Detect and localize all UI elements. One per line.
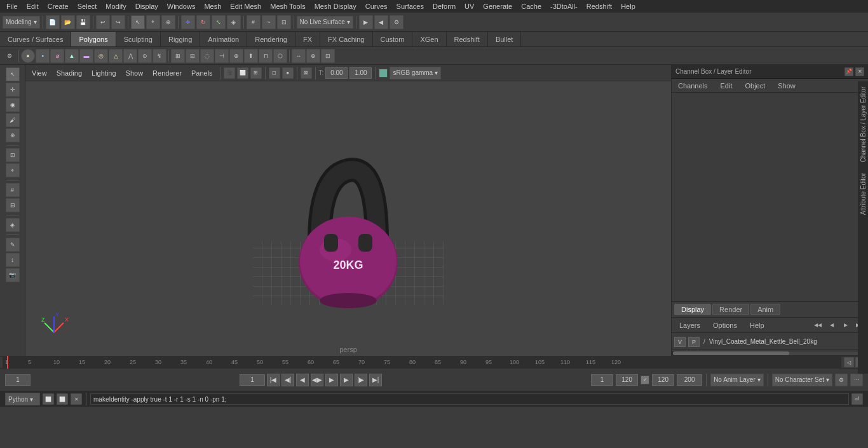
no-anim-layer-dropdown[interactable]: No Anim Layer ▾: [710, 374, 764, 386]
save-file-btn[interactable]: 💾: [76, 15, 90, 29]
layer-p-btn[interactable]: P: [688, 337, 700, 347]
tab-sculpting[interactable]: Sculpting: [116, 32, 161, 46]
paint-attr-btn[interactable]: 🖌: [6, 113, 20, 127]
tab-rendering[interactable]: Rendering: [247, 32, 295, 46]
no-live-surface-dropdown[interactable]: No Live Surface ▾: [297, 16, 353, 29]
smooth-shade-btn[interactable]: ●: [282, 67, 294, 79]
vp-menu-panels[interactable]: Panels: [187, 68, 217, 78]
go-to-end-btn[interactable]: ▶|: [369, 374, 382, 386]
lasso-select-btn[interactable]: ⌖: [146, 15, 160, 29]
layer-back-all-btn[interactable]: ◀◀: [813, 321, 822, 330]
layers-tab-help[interactable]: Help: [746, 320, 768, 330]
playback-extra-btn[interactable]: ⋯: [850, 374, 863, 386]
menu-help[interactable]: Help: [617, 1, 639, 11]
tab-polygons[interactable]: Polygons: [71, 32, 116, 46]
channel-box-close-btn[interactable]: ✕: [855, 67, 864, 76]
measure-btn[interactable]: ↕: [6, 253, 20, 267]
color-swatch[interactable]: [379, 69, 388, 78]
viewport-canvas[interactable]: 20KG persp X Z Y: [25, 81, 671, 356]
channel-box-pin-btn[interactable]: 📌: [844, 67, 853, 76]
menu-mesh[interactable]: Mesh: [200, 1, 225, 11]
play-forward-btn[interactable]: ▶: [325, 374, 338, 386]
layer-v-btn[interactable]: V: [674, 337, 686, 347]
tab-object[interactable]: Object: [741, 81, 769, 91]
select-tool-btn[interactable]: ↖: [131, 15, 145, 29]
soft-select-btn[interactable]: ◉: [6, 98, 20, 112]
open-file-btn[interactable]: 📂: [61, 15, 75, 29]
cmd-execute-btn[interactable]: ⏎: [851, 393, 863, 405]
vp-menu-shading[interactable]: Shading: [53, 68, 86, 78]
sculpt-btn[interactable]: ⊕: [6, 128, 20, 142]
channel-box-side-tab[interactable]: Channel Box / Layer Editor: [858, 81, 868, 168]
menu-curves[interactable]: Curves: [362, 1, 391, 11]
tab-bullet[interactable]: Bullet: [488, 32, 522, 46]
new-file-btn[interactable]: 📄: [46, 15, 60, 29]
layers-tab-layers[interactable]: Layers: [675, 320, 704, 330]
fill-hole-btn[interactable]: ⬡: [273, 49, 287, 63]
menu-surfaces[interactable]: Surfaces: [393, 1, 428, 11]
snap-point-btn[interactable]: ⊡: [277, 15, 291, 29]
vp-menu-show[interactable]: Show: [122, 68, 147, 78]
mode-dropdown[interactable]: Modeling ▾: [3, 16, 40, 29]
command-input[interactable]: [90, 393, 849, 405]
menu-uv[interactable]: UV: [461, 1, 478, 11]
window-btn2[interactable]: ⬜: [57, 393, 68, 405]
snap-curve-btn[interactable]: ~: [262, 15, 276, 29]
tab-rigging[interactable]: Rigging: [161, 32, 200, 46]
layer-scrollbar[interactable]: [672, 351, 868, 356]
tab-edit[interactable]: Edit: [716, 81, 736, 91]
tab-custom[interactable]: Custom: [373, 32, 413, 46]
script-language-dropdown[interactable]: Python ▾: [5, 393, 40, 405]
layer-fwd-btn[interactable]: ▶: [841, 321, 850, 330]
create-torus-btn[interactable]: ◎: [94, 49, 108, 63]
paint-select-btn[interactable]: ⊕: [161, 15, 175, 29]
annotate-btn[interactable]: ✎: [6, 238, 20, 252]
dr-tab-display[interactable]: Display: [674, 304, 711, 315]
layer-scrollbar-thumb[interactable]: [673, 351, 789, 355]
next-frame-btn[interactable]: ▶: [340, 374, 353, 386]
create-cube-btn[interactable]: ▪: [36, 49, 50, 63]
range-end-input[interactable]: [616, 374, 638, 386]
rotate-tool-btn[interactable]: ↻: [196, 15, 210, 29]
range-start-input[interactable]: [591, 374, 613, 386]
color-space-dropdown[interactable]: sRGB gamma ▾: [390, 67, 441, 79]
tab-channels[interactable]: Channels: [674, 81, 711, 91]
vp-menu-renderer[interactable]: Renderer: [149, 68, 186, 78]
timeline-ruler[interactable]: 1 5 10 15 20 25 30 35 40 45 50 55 60 65 …: [3, 356, 841, 369]
range-end-checkbox[interactable]: ✓: [641, 376, 649, 384]
dr-tab-anim[interactable]: Anim: [750, 304, 780, 315]
dr-tab-render[interactable]: Render: [712, 304, 749, 315]
create-pipe-btn[interactable]: ⊙: [138, 49, 152, 63]
smooth-btn[interactable]: ◌: [200, 49, 214, 63]
universal-manip-btn[interactable]: ◈: [227, 15, 241, 29]
booleans-btn[interactable]: ⊕: [229, 49, 243, 63]
extrude-btn[interactable]: ⬆: [244, 49, 258, 63]
playback-settings-btn[interactable]: ⚙: [835, 374, 848, 386]
camera-btn[interactable]: 📷: [6, 268, 20, 282]
separate-btn[interactable]: ⊟: [186, 49, 200, 63]
bridge-btn[interactable]: ⊓: [259, 49, 273, 63]
menu-file[interactable]: File: [3, 1, 22, 11]
go-to-start-btn[interactable]: |◀: [267, 374, 280, 386]
move-tool-btn[interactable]: ✛: [181, 15, 195, 29]
scale-tool-btn[interactable]: ⤡: [212, 15, 226, 29]
edge-flow-btn[interactable]: ↔: [292, 49, 306, 63]
current-frame-left-input[interactable]: [5, 374, 31, 386]
translate-y-input[interactable]: [349, 67, 372, 79]
marquee-select-btn[interactable]: ⊡: [6, 148, 20, 162]
menu-mesh-tools[interactable]: Mesh Tools: [266, 1, 309, 11]
window-btn3[interactable]: ✕: [71, 393, 82, 405]
menu-cache[interactable]: Cache: [517, 1, 545, 11]
insert-loop-btn[interactable]: ⊡: [321, 49, 335, 63]
create-pyramid-btn[interactable]: ⋀: [123, 49, 137, 63]
tab-fx-caching[interactable]: FX Caching: [320, 32, 372, 46]
max-frame-input[interactable]: [677, 374, 702, 386]
tab-fx[interactable]: FX: [295, 32, 320, 46]
grid-icon[interactable]: ⊞: [250, 67, 262, 79]
lasso-btn[interactable]: ⌖: [6, 163, 20, 177]
menu-display[interactable]: Display: [132, 1, 162, 11]
layer-back-btn[interactable]: ◀: [827, 321, 836, 330]
menu-3dtoall[interactable]: -3DtoAll-: [546, 1, 581, 11]
snap-grid-btn[interactable]: #: [247, 15, 261, 29]
create-cylinder-btn[interactable]: ⌀: [50, 49, 64, 63]
